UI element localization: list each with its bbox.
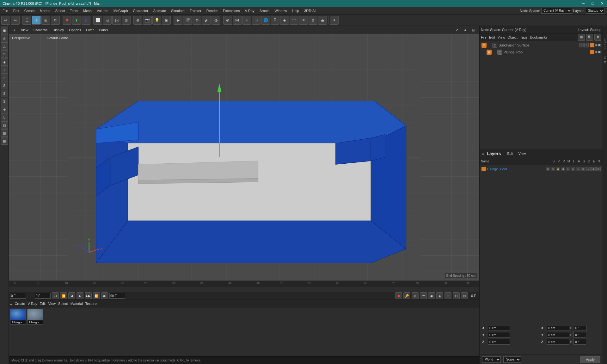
viewport-icon-3[interactable]: ◱ [470,27,477,33]
coord-b-input[interactable] [573,339,586,345]
subdiv-check2[interactable]: ✓ [584,43,589,47]
layer-solo-btn[interactable]: ◉ [546,167,550,171]
tb-object-mode[interactable]: ◱ [103,16,112,25]
material-swatch-1[interactable]: Fibergla... [10,309,26,325]
coord-world-select[interactable]: World Object Local [482,356,501,363]
viewport-filter-menu[interactable]: Filter [84,28,95,32]
pool-color-swatch[interactable] [590,50,594,54]
timeline-start-input[interactable] [35,293,51,299]
timeline-record[interactable]: ⏺ [395,292,402,299]
viewport[interactable]: Perspective Default Camera:* [9,34,479,281]
viewport-panel-menu[interactable]: Panel [97,28,110,32]
tb-sky[interactable]: 🌐 [261,16,270,25]
left-tool-s2[interactable]: S [1,90,8,97]
layer-visible-btn[interactable]: 👁 [551,167,555,171]
tb-light[interactable]: 💡 [152,16,161,25]
menu-simulate[interactable]: Simulate [169,7,187,15]
bottom-view[interactable]: View [48,302,56,306]
subdiv-color-swatch[interactable] [590,43,594,47]
tb-camera[interactable]: 📷 [143,16,152,25]
minimize-button[interactable]: ─ [579,0,588,7]
timeline-more5[interactable]: ⊠ [461,292,468,299]
layer-generator-btn[interactable]: ◱ [566,167,570,171]
tb-y-axis[interactable]: Y [72,16,81,25]
timeline-play-fwd[interactable]: ▶▶ [85,292,92,299]
bottom-vray[interactable]: V-Ray [28,302,37,306]
timeline-track[interactable] [9,287,479,292]
tb-paint[interactable]: 🖌 [202,16,211,25]
coord-scale-select[interactable]: Scale [503,356,521,363]
timeline-more3[interactable]: ⊞ [445,292,451,299]
timeline-keyset[interactable]: ⊕ [412,292,419,299]
obj-bookmarks-btn[interactable]: Bookmarks [530,35,547,39]
timeline-next-frame[interactable]: ⏩ [93,292,100,299]
left-tool-uv[interactable]: □ [1,50,8,58]
bottom-edit[interactable]: Edit [40,302,46,306]
coord-p-input[interactable] [573,332,586,338]
coord-x-input[interactable] [488,325,510,331]
timeline-more1[interactable]: ◉ [428,292,435,299]
obj-row-plunge-pool[interactable]: ▣ ◱ Plunge_Pool [480,49,602,56]
timeline-go-end[interactable]: ⏭ [101,292,108,299]
viewport-display-menu[interactable]: Display [51,28,66,32]
tb-magnet[interactable]: ⊗ [223,16,232,25]
menu-window[interactable]: Window [272,7,289,15]
viewport-icon-2[interactable]: ⬇ [462,27,469,33]
node-space-select[interactable]: Current (V-Ray) [541,8,572,14]
tb-z-axis[interactable]: Z [82,16,90,25]
subdiv-check1[interactable]: ✓ [579,43,584,47]
left-tool-13[interactable]: ▦ [1,137,8,145]
menu-vray[interactable]: V-Ray [242,7,257,15]
menu-extensions[interactable]: Extensions [220,7,242,15]
left-tool-s3[interactable]: S [1,98,8,105]
layer-render-btn[interactable]: ▣ [561,167,565,171]
timeline-go-start[interactable]: ⏮ [52,292,59,299]
layer-anim-btn[interactable]: ⊞ [581,167,586,171]
obj-search-btn[interactable]: 🔍 [586,34,593,41]
tb-scale-tool[interactable]: ⊞ [41,16,50,25]
viewport-icon-1[interactable]: ⤢ [453,27,460,33]
layer-row-plunge-pool[interactable]: Plunge_Pool ◉ 👁 🔒 ▣ ◱ ▶ ▷ ⊞ ≡ ◉ ⊠ [480,166,602,173]
undo-button[interactable]: ↩ [1,16,10,25]
coord-xr-input[interactable] [547,325,569,331]
redo-button[interactable]: ↪ [11,16,20,25]
left-tool-12[interactable]: ▥ [1,129,8,137]
layers-menu-icon[interactable]: ≡ [482,152,484,155]
obj-edit-btn[interactable]: Edit [489,35,495,39]
obj-view-btn[interactable]: View [498,35,505,39]
layers-tab[interactable]: Layers [487,151,501,156]
obj-row-subdivision[interactable]: ⊞ ◱ Subdivision Surface ✓ ✓ [480,42,602,49]
timeline-play-back[interactable]: ◀ [68,292,75,299]
tb-sculpt[interactable]: ◍ [212,16,220,25]
left-tool-points[interactable]: ▣ [1,27,8,34]
menu-modes[interactable]: Modes [37,7,53,15]
layer-expr-btn[interactable]: ≡ [586,167,591,171]
menu-3dtoall[interactable]: 3DToAll [302,7,319,15]
menu-render[interactable]: Render [204,7,220,15]
bottom-create[interactable]: Create [15,302,25,306]
tb-move-tool[interactable]: ✛ [32,16,41,25]
left-tool-polys[interactable]: △ [1,42,8,50]
left-tool-5[interactable]: ◈ [1,58,8,66]
viewport-options-menu[interactable]: Options [67,28,83,32]
viewport-menu-icon[interactable]: ≡ [11,27,18,33]
tb-dynamics[interactable]: ◈ [280,16,289,25]
layer-motion-btn[interactable]: ▷ [576,167,580,171]
layers-edit-btn[interactable]: Edit [507,152,513,155]
tb-rotate-tool[interactable]: ↺ [51,16,60,25]
obj-filter-btn[interactable]: ⊞ [578,34,585,41]
apply-button[interactable]: Apply [580,356,600,363]
tb-new-obj[interactable]: ⊕ [133,16,142,25]
tb-render[interactable]: 🎬 [183,16,192,25]
timeline-more4[interactable]: ⊟ [453,292,460,299]
tb-texture-mode[interactable]: ◲ [112,16,121,25]
left-tool-6[interactable]: ○ [1,66,8,74]
tb-floor[interactable]: ▭ [252,16,261,25]
maximize-button[interactable]: □ [588,0,598,7]
coord-zr-input[interactable] [547,339,569,345]
menu-character[interactable]: Character [131,7,151,15]
timeline-more2[interactable]: ◈ [436,292,443,299]
left-tool-11[interactable]: ◱ [1,121,8,129]
timeline-end-input[interactable] [109,293,125,299]
menu-mograph[interactable]: MoGraph [111,7,131,15]
